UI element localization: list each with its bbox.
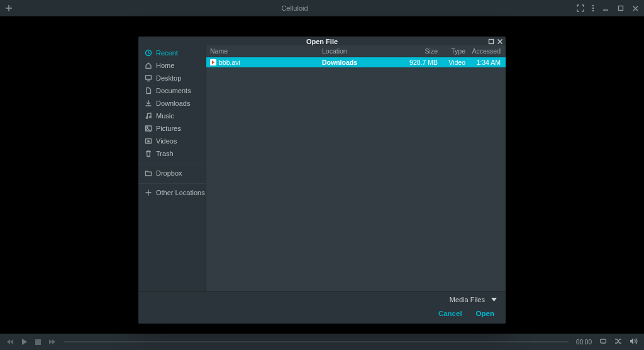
svg-rect-11 [489,40,494,44]
sidebar-item-label: Downloads [156,99,190,107]
sidebar-item-pictures[interactable]: Pictures [138,122,206,135]
sidebar-item-other-locations[interactable]: Other Locations [138,186,206,199]
filter-label: Media Files [450,296,485,303]
sidebar-item-label: Recent [156,49,178,57]
clock-icon [145,49,152,57]
sidebar-item-label: Other Locations [156,189,205,196]
file-accessed: 1:34 AM [465,59,501,66]
file-list-empty-area[interactable] [206,67,506,291]
next-button[interactable] [48,336,56,347]
music-icon [145,112,152,120]
svg-rect-9 [35,339,41,345]
sidebar-item-dropbox[interactable]: Dropbox [138,167,206,179]
svg-point-4 [592,10,594,12]
folder-icon [145,169,152,177]
chevron-down-icon [491,298,497,302]
volume-button[interactable] [630,336,638,347]
open-button[interactable]: Open [476,310,494,317]
sidebar-item-documents[interactable]: Documents [138,84,206,97]
file-size: 928.7 MB [400,59,438,66]
sidebar-item-downloads[interactable]: Downloads [138,97,206,110]
sidebar-item-music[interactable]: Music [138,110,206,122]
home-icon [145,62,152,69]
trash-icon [145,150,152,157]
maximize-button[interactable] [617,4,625,12]
svg-point-3 [592,8,594,9]
desktop-icon [145,74,152,82]
sidebar-item-label: Pictures [156,125,181,132]
places-sidebar: RecentHomeDesktopDocumentsDownloadsMusic… [138,45,206,291]
sidebar-item-label: Documents [156,87,191,94]
playback-bar: 00:00 [0,334,644,350]
sidebar-item-trash[interactable]: Trash [138,147,206,160]
menu-button[interactable] [592,4,594,12]
col-type[interactable]: Type [438,47,465,55]
svg-rect-15 [146,76,152,79]
video-file-icon [210,59,216,65]
stop-button[interactable] [35,336,41,347]
sidebar-item-label: Home [156,62,174,69]
dialog-close-button[interactable] [497,38,503,45]
sidebar-item-label: Music [156,112,174,120]
sidebar-item-recent[interactable]: Recent [138,47,206,59]
open-file-dialog: Open File RecentHomeDesktopDocumentsDown… [138,37,506,324]
shuffle-button[interactable] [614,336,622,347]
sidebar-item-label: Dropbox [156,169,182,177]
close-button[interactable] [632,5,639,12]
file-icon [145,87,152,94]
sidebar-item-label: Trash [156,150,174,157]
dialog-maximize-button[interactable] [488,38,494,45]
sidebar-item-label: Videos [156,137,177,145]
cancel-button[interactable]: Cancel [438,310,462,317]
fullscreen-button[interactable] [577,4,584,12]
plus-icon [145,189,152,196]
file-row[interactable]: bbb.aviDownloads928.7 MBVideo1:34 AM [206,57,506,67]
minimize-button[interactable] [602,4,609,12]
svg-point-19 [147,127,148,128]
svg-point-17 [150,116,152,118]
app-toolbar: Celluloid [0,0,644,16]
video-icon [145,137,152,145]
col-size[interactable]: Size [400,47,438,55]
seek-bar[interactable] [64,341,569,342]
sidebar-item-home[interactable]: Home [138,59,206,72]
svg-rect-6 [619,6,623,11]
sidebar-item-videos[interactable]: Videos [138,135,206,147]
column-headers[interactable]: Name Location Size Type Accessed [206,45,506,57]
col-location[interactable]: Location [322,47,400,55]
svg-point-16 [146,117,148,119]
file-name: bbb.avi [219,59,240,66]
add-button[interactable] [5,4,13,12]
sidebar-item-desktop[interactable]: Desktop [138,72,206,84]
file-location: Downloads [322,59,400,66]
file-type: Video [438,59,465,66]
play-button[interactable] [21,336,28,347]
svg-rect-10 [601,339,606,343]
prev-button[interactable] [6,336,14,347]
picture-icon [145,125,152,132]
col-accessed[interactable]: Accessed [465,47,501,55]
time-display: 00:00 [576,339,592,346]
svg-point-2 [592,5,594,7]
svg-rect-18 [146,126,152,131]
dialog-title: Open File [306,38,338,45]
download-icon [145,99,152,107]
loop-button[interactable] [599,336,607,347]
file-type-filter[interactable]: Media Files [450,296,497,303]
col-name[interactable]: Name [210,47,322,55]
dialog-titlebar: Open File [138,37,506,45]
sidebar-item-label: Desktop [156,74,181,82]
window-title: Celluloid [13,4,577,12]
file-list: Name Location Size Type Accessed bbb.avi… [206,45,506,291]
